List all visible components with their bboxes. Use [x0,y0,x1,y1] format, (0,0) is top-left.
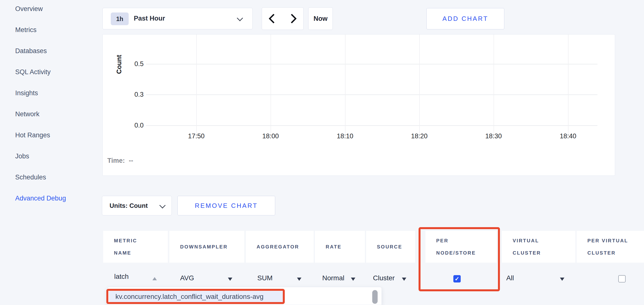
time-range-value: Past Hour [134,8,165,29]
hover-time-readout: Time:-- [107,157,133,165]
y-tick-label: 0.5 [122,60,144,68]
chevron-down-icon [237,15,243,21]
chevron-down-icon [159,202,166,208]
x-tick-label: 18:40 [560,132,576,140]
gridline-v [270,34,271,137]
caret-down-icon[interactable] [228,278,232,281]
metric-suggestion-label: kv.concurrency.latch_conflict_wait_durat… [116,293,264,301]
x-tick-label: 18:00 [262,132,279,140]
sidebar-item-insights[interactable]: Insights [15,82,98,104]
per-node-store-checkbox[interactable]: ✓ [453,275,461,283]
gridline-v [419,34,420,137]
gridline-v [568,34,568,137]
downsampler-select[interactable]: AVG [180,274,194,282]
metric-name-input[interactable] [114,273,150,281]
time-prev-button[interactable] [262,7,283,30]
now-button[interactable]: Now [308,7,333,30]
checkmark-icon: ✓ [454,276,459,282]
gridline-h [146,64,598,64]
sidebar-item-advanced-debug[interactable]: Advanced Debug [15,188,98,209]
x-tick-label: 18:20 [411,132,428,140]
sidebar-item-jobs[interactable]: Jobs [15,146,98,167]
remove-chart-button[interactable]: REMOVE CHART [178,196,275,215]
source-select[interactable]: Cluster [373,274,395,282]
column-header-rate: RATE [315,231,365,263]
chart-panel: Count 0.5 0.3 0.0 17:50 18:00 18:10 18:2… [102,34,615,176]
gridline-v [345,34,346,137]
column-header-downsampler: DOWNSAMPLER [169,231,244,263]
caret-down-icon[interactable] [402,278,406,281]
virtual-cluster-select[interactable]: All [506,274,514,282]
sidebar-item-sql-activity[interactable]: SQL Activity [15,61,98,82]
column-header-source: SOURCE [366,231,415,263]
y-tick-label: 0.3 [122,91,144,98]
x-tick-label: 18:10 [337,132,353,140]
caret-down-icon[interactable] [560,278,564,281]
add-chart-button[interactable]: ADD CHART [426,8,504,29]
caret-up-icon [152,277,157,280]
sidebar-item-databases[interactable]: Databases [15,40,98,61]
gridline-h [146,94,598,95]
units-select[interactable]: Units: Count [102,196,172,215]
sidebar-item-metrics[interactable]: Metrics [15,19,98,40]
y-tick-label: 0.0 [122,122,144,129]
dropdown-scrollbar[interactable] [372,290,378,304]
column-header-metric-name: METRIC NAME [103,231,168,263]
gridline-h [146,125,598,126]
rate-select[interactable]: Normal [322,274,344,282]
sidebar-item-overview[interactable]: Overview [15,0,98,19]
time-next-button[interactable] [282,7,304,30]
caret-down-icon[interactable] [297,278,302,281]
column-header-per-node-store: PER NODE/STORE [426,231,497,263]
chevron-left-icon [268,14,278,23]
x-tick-label: 17:50 [188,132,204,140]
column-header-virtual-cluster: VIRTUAL CLUSTER [502,231,576,263]
time-label: Time: [107,157,125,164]
aggregator-select[interactable]: SUM [257,274,272,282]
gridline-v [196,34,197,137]
sidebar-nav: Overview Metrics Databases SQL Activity … [15,0,98,209]
column-header-aggregator: AGGREGATOR [246,231,314,263]
chevron-right-icon [287,14,297,23]
caret-down-icon[interactable] [351,278,355,281]
x-tick-label: 18:30 [485,132,502,140]
time-range-badge: 1h [111,12,129,25]
units-select-value: Units: Count [110,196,148,215]
metric-suggestions-dropdown: kv.concurrency.latch_conflict_wait_durat… [107,287,382,305]
sidebar-item-network[interactable]: Network [15,104,98,125]
time-range-select[interactable]: 1h Past Hour [102,8,253,29]
time-value: -- [129,157,133,164]
per-virtual-cluster-checkbox[interactable] [618,275,626,283]
sidebar-item-hot-ranges[interactable]: Hot Ranges [15,125,98,146]
metric-suggestion-item[interactable]: kv.concurrency.latch_conflict_wait_durat… [109,291,283,302]
sidebar-item-schedules[interactable]: Schedules [15,167,98,188]
column-header-per-virtual-cluster: PER VIRTUAL CLUSTER [576,231,644,263]
gridline-v [494,34,494,137]
